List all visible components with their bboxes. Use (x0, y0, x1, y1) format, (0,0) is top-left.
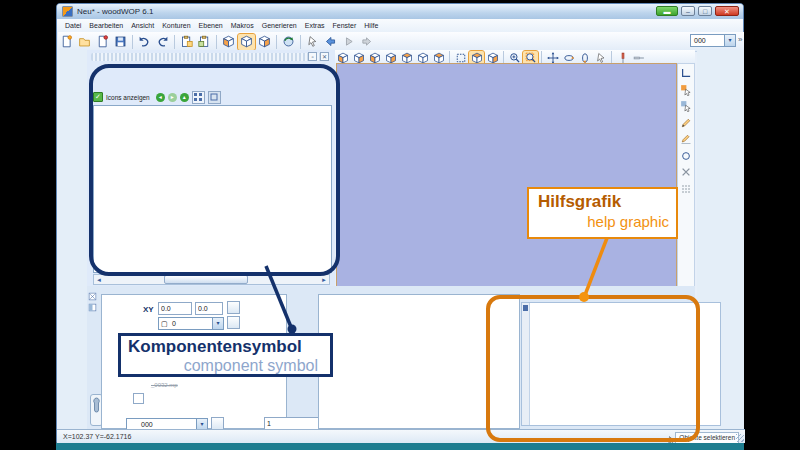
square-glyph-icon: ▢ (161, 320, 169, 328)
coordinate-readout: X=102.37 Y=-62.1716 (63, 433, 131, 440)
component-file-list (93, 105, 332, 273)
panel-close-button[interactable]: ✕ (320, 52, 329, 61)
open-program-icon[interactable] (76, 34, 93, 50)
toolbar-separator (132, 35, 133, 49)
help-label-de: Hilfsgrafik (538, 191, 676, 212)
menu-konturen[interactable]: Konturen (158, 22, 194, 29)
license-button[interactable]: ▬ (656, 6, 678, 16)
dock-close-icon[interactable] (88, 292, 97, 301)
title-bar[interactable]: Neu* - woodWOP 6.1 ▬ – □ ✕ (57, 4, 743, 19)
status-bar: X=102.37 Y=-62.1716 Objekte selektieren (57, 429, 745, 443)
component-symbol-icon[interactable] (247, 301, 261, 315)
nav-back-icon[interactable] (322, 34, 339, 50)
toolbar-overflow-icon[interactable]: » (738, 35, 742, 44)
menu-generieren[interactable]: Generieren (258, 22, 301, 29)
delete-x-icon[interactable] (679, 165, 694, 180)
toolbar-separator (276, 35, 277, 49)
file-list-scrollbar[interactable]: ◄ ► (93, 274, 330, 285)
new-program-icon[interactable] (58, 34, 75, 50)
graphics-side-toolbar (677, 63, 695, 292)
menu-makros[interactable]: Makros (227, 22, 258, 29)
view-left-icon[interactable] (220, 34, 237, 50)
nav-play-icon[interactable] (340, 34, 357, 50)
select-component-icon[interactable] (679, 99, 694, 114)
x-coordinate-input[interactable] (158, 302, 192, 315)
mirror-checkbox[interactable] (133, 393, 144, 404)
rotate-view-icon[interactable] (280, 34, 297, 50)
doc-arrow-icon[interactable] (105, 392, 120, 405)
menu-datei[interactable]: Datei (61, 22, 85, 29)
undo-icon[interactable] (136, 34, 153, 50)
menu-fenster[interactable]: Fenster (329, 22, 361, 29)
scrollbar-thumb[interactable] (164, 275, 248, 284)
variable-list-icon[interactable] (264, 301, 277, 315)
menu-ebenen[interactable]: Ebenen (195, 22, 227, 29)
help-graphic-panel (521, 302, 721, 426)
screen: Neu* - woodWOP 6.1 ▬ – □ ✕ DateiBearbeit… (0, 0, 800, 450)
menu-bearbeiten[interactable]: Bearbeiten (85, 22, 127, 29)
view-list-button[interactable] (208, 91, 221, 104)
app-icon (62, 6, 73, 17)
dock-pin-icon[interactable] (88, 303, 97, 312)
graphics-area[interactable] (336, 63, 677, 292)
minimize-button[interactable]: – (681, 6, 695, 16)
toolbar-separator (174, 35, 175, 49)
coord-corner-icon[interactable] (679, 66, 694, 81)
copy-clipboard-icon[interactable] (178, 34, 195, 50)
menu-hilfe[interactable]: Hilfe (360, 22, 382, 29)
small-circle-icon[interactable] (679, 148, 694, 163)
select-mode-icon[interactable] (304, 34, 321, 50)
view-right-icon[interactable] (256, 34, 273, 50)
component-label-de: Komponentensymbol (128, 337, 330, 357)
help-3d-board (532, 305, 720, 423)
close-button[interactable]: ✕ (715, 6, 739, 16)
menu-bar: DateiBearbeitenAnsichtKonturenEbenenMakr… (57, 19, 743, 32)
toolbar-separator (300, 35, 301, 49)
menu-ansicht[interactable]: Ansicht (127, 22, 158, 29)
component-label-en: component symbol (121, 357, 318, 375)
nav-up-icon[interactable]: ▴ (180, 93, 189, 102)
icons-anzeigen-checkbox[interactable]: ✓ (93, 92, 103, 102)
panel-float-button[interactable]: ▫ (308, 52, 317, 61)
component-browser-panel: ▫ ✕ ✓ Icons anzeigen ◂ ▸ ▴ ◄ ► (87, 50, 335, 289)
icons-anzeigen-label: Icons anzeigen (106, 94, 150, 101)
help-panel-scrollbar[interactable] (522, 303, 530, 425)
view-icons-button[interactable] (192, 91, 205, 104)
macro-toolbar (58, 50, 87, 429)
y-coordinate-input[interactable] (195, 302, 223, 315)
nav-forward-icon[interactable]: ▸ (168, 93, 177, 102)
angle-select[interactable]: ▢ 0▾ (158, 317, 224, 330)
maximize-button[interactable]: □ (698, 6, 712, 16)
help-graphic-label: Hilfsgrafik help graphic (527, 187, 678, 239)
point-grid-icon[interactable] (679, 181, 694, 196)
menu-extras[interactable]: Extras (301, 22, 329, 29)
paste-clipboard-icon[interactable] (196, 34, 213, 50)
dashed-square-icon (128, 318, 140, 330)
nav-back-icon[interactable]: ◂ (156, 93, 165, 102)
note-icon (523, 305, 528, 311)
pick-point-button[interactable] (227, 301, 240, 314)
resize-grip[interactable] (736, 434, 744, 442)
pick-angle-button[interactable] (227, 316, 240, 329)
taskbar-strip (56, 443, 744, 450)
nav-forward-icon[interactable] (358, 34, 375, 50)
chevron-down-icon: ▾ (724, 35, 735, 46)
new-component-icon[interactable] (94, 34, 111, 50)
save-icon[interactable] (112, 34, 129, 50)
view-select[interactable]: 000▾ (690, 34, 736, 47)
select-graphic-icon[interactable] (679, 82, 694, 97)
window-title: Neu* - woodWOP 6.1 (77, 7, 153, 16)
chevron-down-icon: ▾ (212, 318, 223, 329)
redo-icon[interactable] (154, 34, 171, 50)
pencil-icon[interactable] (679, 115, 694, 130)
scroll-left-icon[interactable]: ◄ (94, 277, 104, 283)
view-iso-icon[interactable] (238, 34, 255, 50)
help-label-en: help graphic (529, 212, 669, 231)
panel-grip[interactable] (91, 53, 329, 61)
scroll-right-icon[interactable]: ► (319, 277, 329, 283)
cube-glyph-icon (128, 420, 138, 430)
component-path-fragment: _0032.mp (151, 382, 178, 388)
variables-table (318, 294, 520, 429)
main-toolbar (58, 32, 744, 52)
pencil-line-icon[interactable] (679, 132, 694, 147)
